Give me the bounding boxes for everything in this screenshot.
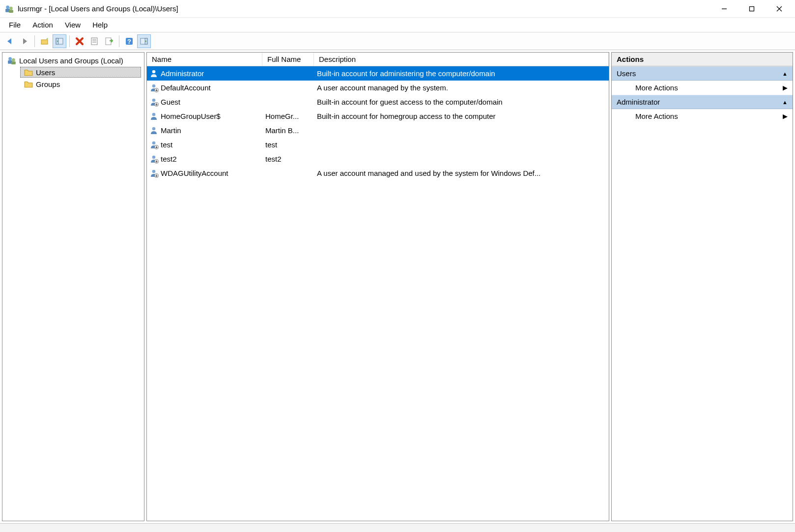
list-pane: Name Full Name Description Administrator…	[146, 52, 609, 521]
svg-rect-5	[750, 6, 754, 11]
minimize-button[interactable]	[710, 0, 738, 17]
list-body: AdministratorBuilt-in account for admini…	[147, 66, 609, 521]
tree-item-label: Users	[36, 68, 55, 77]
toolbar-separator	[119, 35, 119, 47]
cell-description: A user account managed and used by the s…	[314, 169, 609, 177]
user-name: Administrator	[161, 69, 204, 78]
user-name: DefaultAccount	[161, 84, 211, 92]
cell-description: Built-in account for guest access to the…	[314, 98, 609, 106]
menubar: File Action View Help	[0, 18, 795, 32]
tree-root-label: Local Users and Groups (Local)	[19, 56, 123, 65]
user-name: test	[161, 140, 172, 149]
collapse-icon: ▲	[782, 71, 788, 77]
folder-icon	[24, 80, 33, 88]
user-name: Martin	[161, 126, 181, 135]
actions-link-label: More Actions	[635, 112, 678, 120]
svg-point-31	[152, 141, 156, 144]
user-disabled-icon	[150, 169, 159, 178]
close-button[interactable]	[766, 0, 793, 17]
maximize-button[interactable]	[738, 0, 766, 17]
forward-button[interactable]	[18, 34, 31, 48]
svg-rect-23	[11, 61, 16, 64]
svg-point-20	[8, 57, 12, 60]
menu-help[interactable]: Help	[87, 19, 113, 31]
svg-point-24	[152, 70, 156, 73]
tree-root[interactable]: Local Users and Groups (Local)	[5, 55, 141, 66]
svg-rect-3	[9, 10, 13, 13]
svg-point-0	[6, 5, 9, 9]
column-header-name[interactable]: Name	[147, 53, 262, 66]
menu-file[interactable]: File	[4, 19, 26, 31]
cell-name: Guest	[147, 98, 262, 107]
svg-point-27	[152, 98, 156, 102]
column-header-description[interactable]: Description	[314, 53, 609, 66]
user-disabled-icon	[150, 98, 159, 107]
properties-button[interactable]	[87, 34, 101, 48]
cell-name: Martin	[147, 126, 262, 135]
svg-point-33	[152, 155, 156, 159]
actions-more-administrator[interactable]: More Actions ▶	[612, 109, 793, 123]
tree-item-users[interactable]: Users	[20, 67, 141, 78]
up-button[interactable]	[38, 34, 52, 48]
actions-section-users[interactable]: Users ▲	[612, 66, 793, 81]
user-icon	[150, 69, 159, 78]
submenu-icon: ▶	[783, 84, 788, 91]
svg-point-2	[9, 6, 13, 10]
table-row[interactable]: test2test2	[147, 152, 609, 166]
cell-name: test	[147, 140, 262, 149]
workspace: Local Users and Groups (Local) Users Gro…	[0, 50, 795, 523]
user-name: Guest	[161, 98, 180, 106]
menu-view[interactable]: View	[60, 19, 85, 31]
status-bar	[0, 523, 795, 532]
user-name: test2	[161, 155, 177, 163]
svg-point-35	[152, 169, 156, 173]
actions-header: Actions	[612, 53, 793, 66]
cell-description: Built-in account for homegroup access to…	[314, 112, 609, 120]
cell-name: HomeGroupUser$	[147, 112, 262, 121]
user-icon	[150, 126, 159, 135]
show-hide-tree-button[interactable]	[53, 34, 66, 48]
show-hide-action-pane-button[interactable]	[137, 34, 151, 48]
user-name: HomeGroupUser$	[161, 112, 221, 120]
folder-icon	[24, 68, 33, 77]
table-row[interactable]: HomeGroupUser$HomeGr...Built-in account …	[147, 109, 609, 123]
cell-name: Administrator	[147, 69, 262, 78]
actions-more-users[interactable]: More Actions ▶	[612, 81, 793, 95]
cell-name: DefaultAccount	[147, 84, 262, 92]
svg-rect-11	[91, 38, 97, 45]
table-row[interactable]: MartinMartin B...	[147, 123, 609, 138]
table-row[interactable]: testtest	[147, 138, 609, 152]
cell-name: test2	[147, 155, 262, 164]
tree-pane: Local Users and Groups (Local) Users Gro…	[2, 52, 144, 521]
cell-name: WDAGUtilityAccount	[147, 169, 262, 178]
cell-fullname: Martin B...	[262, 126, 314, 135]
export-button[interactable]	[102, 34, 116, 48]
back-button[interactable]	[3, 34, 17, 48]
cell-fullname: HomeGr...	[262, 112, 314, 120]
table-row[interactable]: WDAGUtilityAccountA user account managed…	[147, 166, 609, 180]
user-disabled-icon	[150, 155, 159, 164]
toolbar-separator	[34, 35, 35, 47]
actions-section-label: Users	[617, 69, 636, 78]
column-header-fullname[interactable]: Full Name	[262, 53, 314, 66]
actions-section-administrator[interactable]: Administrator ▲	[612, 95, 793, 109]
svg-point-30	[152, 127, 156, 130]
tree-item-label: Groups	[36, 80, 60, 88]
actions-link-label: More Actions	[635, 84, 678, 92]
delete-button[interactable]	[73, 34, 86, 48]
help-button[interactable]: ?	[122, 34, 136, 48]
svg-rect-8	[41, 40, 48, 44]
users-groups-icon	[7, 56, 16, 65]
menu-action[interactable]: Action	[28, 19, 58, 31]
tree-item-groups[interactable]: Groups	[20, 79, 141, 89]
window-title: lusrmgr - [Local Users and Groups (Local…	[18, 4, 710, 13]
svg-point-29	[152, 112, 156, 116]
table-row[interactable]: AdministratorBuilt-in account for admini…	[147, 66, 609, 81]
toolbar: ?	[0, 32, 795, 50]
titlebar: lusrmgr - [Local Users and Groups (Local…	[0, 0, 795, 18]
list-header: Name Full Name Description	[147, 53, 609, 66]
cell-description: Built-in account for administering the c…	[314, 69, 609, 78]
table-row[interactable]: GuestBuilt-in account for guest access t…	[147, 95, 609, 109]
actions-section-label: Administrator	[617, 98, 660, 106]
table-row[interactable]: DefaultAccountA user account managed by …	[147, 81, 609, 95]
